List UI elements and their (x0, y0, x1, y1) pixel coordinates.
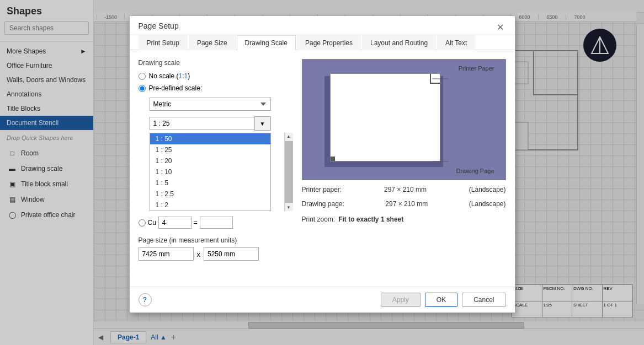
scale-list-item[interactable]: 1 : 25 (150, 144, 270, 155)
printer-paper-info-label: Printer paper: (302, 186, 342, 193)
no-scale-row: No scale (1:1) (139, 72, 293, 80)
fold-corner (430, 74, 440, 84)
preview-paper (330, 73, 440, 161)
tab-layout-routing[interactable]: Layout and Routing (362, 35, 436, 50)
close-button[interactable]: ✕ (495, 21, 506, 33)
drawing-page-info: Drawing page: 297 × 210 mm (Landscape) (302, 199, 506, 209)
label-line (456, 68, 456, 69)
printer-paper-label-text: Printer Paper (459, 65, 494, 72)
dialog-footer: ? Apply OK Cancel (130, 287, 515, 312)
dialog-title: Page Setup (139, 21, 179, 35)
drawing-page-info-value: 297 × 210 mm (385, 200, 428, 208)
tab-drawing-scale[interactable]: Drawing Scale (237, 35, 296, 50)
tab-label: Drawing Scale (245, 39, 288, 47)
print-zoom-row: Print zoom: Fit to exactly 1 sheet (302, 215, 506, 223)
scrollbar-thumb (285, 141, 293, 203)
dialog-right-panel: Printer Paper Drawing Page Printer paper… (302, 59, 506, 278)
dialog-left-panel: Drawing scale No scale (1:1) Pre-defined… (139, 59, 293, 278)
tab-page-properties[interactable]: Page Properties (297, 35, 361, 50)
page-height-input[interactable] (204, 247, 259, 261)
custom-scale-row: Cu = (139, 217, 293, 229)
scale-list-item[interactable]: 1 : 10 (150, 166, 270, 177)
tab-label: Page Properties (305, 39, 353, 47)
apply-label: Apply (392, 296, 409, 304)
tab-print-setup[interactable]: Print Setup (139, 35, 188, 50)
scale-dropdown-button[interactable]: ▼ (254, 116, 271, 131)
metric-dropdown-row: Metric Imperial (150, 98, 293, 111)
drawing-page-label-text: Drawing Page (456, 168, 494, 174)
no-scale-label: No scale (1:1) (149, 72, 190, 80)
scale-list-item[interactable]: 1 : 5 (150, 177, 270, 188)
page-width-input[interactable] (139, 247, 194, 261)
cancel-label: Cancel (473, 296, 494, 304)
scale-list-item[interactable]: 1 : 2.5 (150, 188, 270, 200)
scroll-up-icon[interactable]: ▲ (285, 133, 292, 140)
tab-page-size[interactable]: Page Size (189, 35, 236, 50)
drawing-scale-section-label: Drawing scale (139, 59, 293, 67)
tab-label: Print Setup (147, 39, 179, 47)
help-button[interactable]: ? (139, 293, 152, 306)
print-zoom-value: Fit to exactly 1 sheet (338, 215, 403, 223)
apply-button[interactable]: Apply (381, 293, 421, 307)
scroll-down-icon[interactable]: ▼ (285, 204, 292, 211)
drawing-page-orientation: (Landscape) (469, 200, 506, 208)
cancel-button[interactable]: Cancel (462, 293, 505, 307)
predefined-scale-row: Pre-defined scale: (139, 84, 293, 92)
preview-printer-label: Printer Paper (456, 65, 494, 72)
tab-label: Page Size (197, 39, 227, 47)
scale-input-row: ▼ (150, 116, 293, 131)
page-size-label: Page size (in measurement units) (139, 236, 293, 244)
scale-list-item[interactable]: 1 : 2 (150, 200, 270, 211)
ok-label: OK (437, 296, 446, 304)
scale-input[interactable] (150, 117, 254, 130)
dialog-tab-bar: Print Setup Page Size Drawing Scale Page… (130, 35, 515, 50)
list-scrollbar[interactable]: ▲ ▼ (284, 133, 293, 211)
preview-drawing-label: Drawing Page (456, 168, 494, 174)
scale-list-container: 1 : 50 1 : 25 1 : 20 1 : 10 1 : 5 1 : 2.… (150, 133, 293, 211)
custom-left-input[interactable] (158, 217, 191, 229)
custom-equals: = (194, 219, 198, 227)
printer-paper-orientation: (Landscape) (469, 186, 506, 193)
drawing-page-info-label: Drawing page: (302, 200, 344, 208)
custom-scale-radio[interactable] (139, 219, 146, 227)
page-size-section: Page size (in measurement units) x (139, 236, 293, 261)
page-size-separator: x (197, 250, 201, 258)
tab-alt-text[interactable]: Alt Text (437, 35, 475, 50)
scale-list-item[interactable]: 1 : 50 (150, 133, 270, 144)
no-scale-radio[interactable] (139, 73, 146, 80)
dialog-title-bar: Page Setup ✕ (130, 16, 515, 35)
scale-list-item[interactable]: 1 : 20 (150, 155, 270, 166)
print-zoom-label: Print zoom: (302, 215, 336, 223)
predefined-scale-label: Pre-defined scale: (149, 84, 203, 92)
page-setup-dialog: Page Setup ✕ Print Setup Page Size Drawi… (129, 15, 515, 313)
page-size-inputs: x (139, 247, 293, 261)
custom-right-input[interactable] (200, 217, 233, 229)
no-scale-ratio: 1:1 (179, 72, 188, 80)
metric-dropdown[interactable]: Metric Imperial (150, 98, 271, 111)
custom-scale-label: Cu (148, 219, 156, 227)
scale-list: 1 : 50 1 : 25 1 : 20 1 : 10 1 : 5 1 : 2.… (150, 133, 271, 211)
corner-dot (331, 157, 335, 161)
predefined-scale-radio[interactable] (139, 85, 146, 92)
help-icon: ? (143, 296, 147, 304)
preview-area: Printer Paper Drawing Page (302, 59, 506, 180)
dialog-overlay: Page Setup ✕ Print Setup Page Size Drawi… (0, 0, 644, 345)
printer-paper-info: Printer paper: 297 × 210 mm (Landscape) (302, 185, 506, 195)
tab-label: Layout and Routing (370, 39, 428, 47)
tab-label: Alt Text (445, 39, 467, 47)
printer-paper-info-value: 297 × 210 mm (384, 186, 427, 193)
dialog-body: Drawing scale No scale (1:1) Pre-defined… (130, 50, 515, 287)
ok-button[interactable]: OK (425, 293, 457, 307)
